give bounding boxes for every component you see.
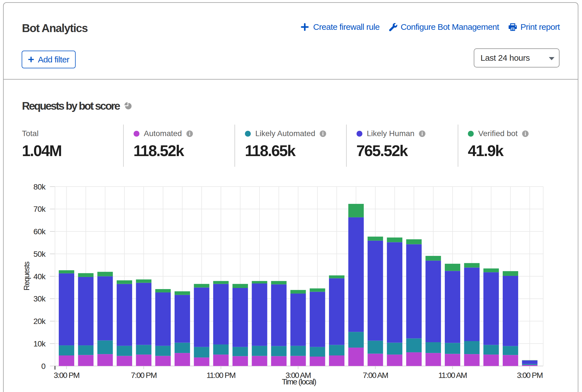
svg-text:11:00 AM: 11:00 AM <box>438 371 467 380</box>
svg-text:7:00 AM: 7:00 AM <box>363 371 388 380</box>
svg-text:60k: 60k <box>33 227 46 236</box>
svg-text:70k: 70k <box>33 205 46 213</box>
svg-text:20k: 20k <box>33 317 46 326</box>
svg-text:0: 0 <box>41 362 46 371</box>
svg-text:50k: 50k <box>33 250 46 258</box>
svg-text:Requests: Requests <box>22 262 31 290</box>
svg-text:Time (local): Time (local) <box>282 377 316 386</box>
svg-text:30k: 30k <box>33 294 46 303</box>
svg-text:11:00 PM: 11:00 PM <box>206 371 235 380</box>
svg-text:7:00 PM: 7:00 PM <box>131 371 157 380</box>
svg-text:40k: 40k <box>33 272 46 281</box>
svg-text:10k: 10k <box>33 339 46 348</box>
svg-text:80k: 80k <box>33 183 46 191</box>
svg-text:3:00 PM: 3:00 PM <box>54 371 80 380</box>
svg-text:3:00 PM: 3:00 PM <box>517 371 543 380</box>
